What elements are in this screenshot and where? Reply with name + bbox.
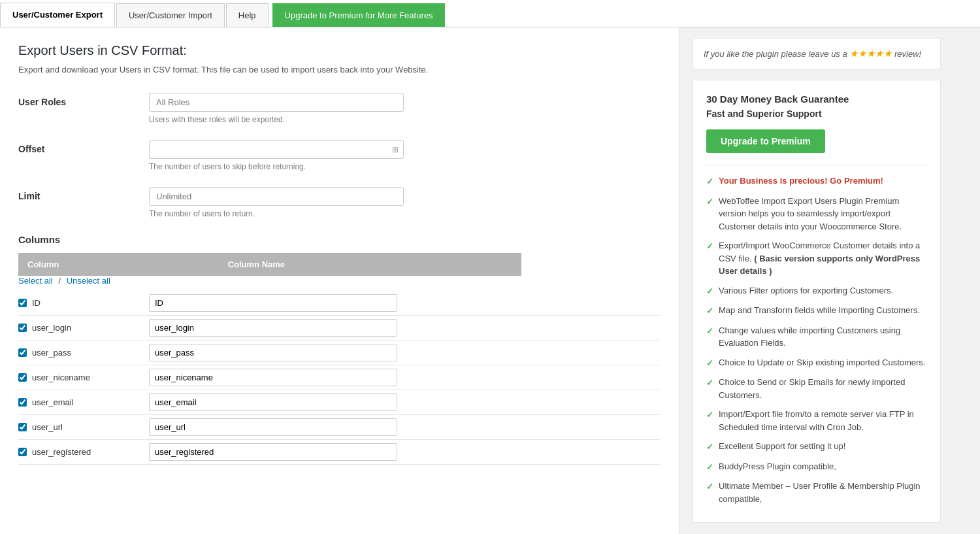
page-title: Export Users in CSV Format: xyxy=(18,43,661,58)
columns-section: Columns Column Column Name Select all / … xyxy=(18,234,661,465)
feature-text: Import/Export file from/to a remote serv… xyxy=(719,408,927,433)
upgrade-premium-button[interactable]: Upgrade to Premium xyxy=(706,129,825,153)
checkmark-icon: ✓ xyxy=(706,480,713,493)
limit-hint: The number of users to return. xyxy=(149,209,661,218)
checkbox-user_registered[interactable] xyxy=(18,448,27,456)
checkmark-icon: ✓ xyxy=(706,357,713,370)
checkmark-icon: ✓ xyxy=(706,285,713,298)
stars-icon: ★★★★★ xyxy=(849,48,892,59)
feature-list: ✓Your Business is precious! Go Premium!✓… xyxy=(706,175,927,505)
user-roles-hint: Users with these roles will be exported. xyxy=(149,115,661,124)
feature-list-item: ✓Your Business is precious! Go Premium! xyxy=(706,175,927,188)
col-name-user_nicename: user_nicename xyxy=(32,373,90,382)
col-name-input-user_login[interactable] xyxy=(149,319,397,337)
offset-input[interactable]: 0 xyxy=(149,140,404,159)
name-col xyxy=(149,369,661,386)
feature-text: Choice to Update or Skip existing import… xyxy=(719,356,925,369)
check-col: user_email xyxy=(18,397,149,407)
promo-box: 30 Day Money Back Guarantee Fast and Sup… xyxy=(693,80,941,523)
feature-list-item: ✓Map and Transform fields while Importin… xyxy=(706,304,927,318)
feature-text: Your Business is precious! Go Premium! xyxy=(719,175,883,188)
checkmark-icon: ✓ xyxy=(706,441,713,454)
check-col: ID xyxy=(18,298,149,308)
feature-list-item: ✓Choice to Update or Skip existing impor… xyxy=(706,356,927,370)
user-roles-input[interactable] xyxy=(149,93,404,112)
checkmark-icon: ✓ xyxy=(706,325,713,338)
unselect-all-link[interactable]: Unselect all xyxy=(67,276,110,286)
col-name-user_email: user_email xyxy=(32,397,74,407)
col-name-input-user_nicename[interactable] xyxy=(149,369,397,386)
feature-list-item: ✓Import/Export file from/to a remote ser… xyxy=(706,408,927,433)
checkbox-id[interactable] xyxy=(18,299,27,307)
limit-input[interactable] xyxy=(149,187,404,206)
check-col: user_pass xyxy=(18,348,149,358)
table-row: user_login xyxy=(18,316,661,341)
check-col: user_nicename xyxy=(18,373,149,382)
tab-import[interactable]: User/Customer Import xyxy=(116,3,225,27)
select-divider: / xyxy=(58,276,61,286)
table-row: user_url xyxy=(18,415,661,440)
tab-export[interactable]: User/Customer Export xyxy=(0,3,115,27)
select-all-link[interactable]: Select all xyxy=(18,276,53,286)
col-name-user_registered: user_registered xyxy=(32,447,91,457)
col-name-input-user_registered[interactable] xyxy=(149,443,397,461)
col-name-input-id[interactable] xyxy=(149,294,397,312)
user-roles-content: Users with these roles will be exported. xyxy=(149,93,661,124)
feature-text: Export/Import WooCommerce Customer detai… xyxy=(719,239,927,278)
table-row: user_registered xyxy=(18,440,661,465)
checkbox-user_login[interactable] xyxy=(18,324,27,332)
checkmark-icon: ✓ xyxy=(706,305,713,318)
checkmark-icon: ✓ xyxy=(706,175,713,188)
offset-label: Offset xyxy=(18,140,149,154)
page-layout: Export Users in CSV Format: Export and d… xyxy=(0,27,980,534)
feature-list-item: ✓Choice to Send or Skip Emails for newly… xyxy=(706,376,927,401)
columns-list: IDuser_loginuser_passuser_nicenameuser_e… xyxy=(18,291,661,465)
checkbox-user_email[interactable] xyxy=(18,398,27,407)
feature-list-item: ✓Change values while importing Customers… xyxy=(706,324,927,350)
limit-content: The number of users to return. xyxy=(149,187,661,218)
checkmark-icon: ✓ xyxy=(706,461,713,474)
check-col: user_login xyxy=(18,323,149,333)
checkbox-user_nicename[interactable] xyxy=(18,373,27,382)
offset-hint: The number of users to skip before retur… xyxy=(149,162,661,171)
columns-title: Columns xyxy=(18,234,661,245)
feature-text: Ultimate Member – User Profile & Members… xyxy=(719,480,927,505)
table-row: user_pass xyxy=(18,341,661,365)
feature-text: Excellent Support for setting it up! xyxy=(719,440,845,453)
feature-list-item: ✓Export/Import WooCommerce Customer deta… xyxy=(706,239,927,278)
user-roles-label: User Roles xyxy=(18,93,149,107)
feature-list-item: ✓BuddyPress Plugin compatible, xyxy=(706,460,927,474)
promo-divider xyxy=(706,165,927,165)
col-name-input-user_pass[interactable] xyxy=(149,344,397,361)
checkbox-user_url[interactable] xyxy=(18,423,27,431)
col-header-name: Column Name xyxy=(219,253,521,276)
feature-text: Change values while importing Customers … xyxy=(719,324,927,350)
guarantee-text: 30 Day Money Back Guarantee xyxy=(706,93,927,105)
check-col: user_url xyxy=(18,422,149,432)
checkmark-icon: ✓ xyxy=(706,409,713,422)
tab-upgrade[interactable]: Upgrade to Premium for More Features xyxy=(272,3,446,27)
offset-input-wrap: 0 ⊞ xyxy=(149,140,404,159)
number-icon: ⊞ xyxy=(392,145,399,154)
bold-text: ( Basic version supports only WordPress … xyxy=(719,254,920,276)
limit-label: Limit xyxy=(18,187,149,201)
offset-row: Offset 0 ⊞ The number of users to skip b… xyxy=(18,140,661,171)
table-row: user_email xyxy=(18,390,661,415)
name-col xyxy=(149,393,661,411)
review-bar: If you like the plugin please leave us a… xyxy=(693,38,941,69)
feature-text: WebToffee Import Export Users Plugin Pre… xyxy=(719,195,927,233)
tab-help[interactable]: Help xyxy=(226,3,269,27)
feature-list-item: ✓Excellent Support for setting it up! xyxy=(706,440,927,454)
check-col: user_registered xyxy=(18,447,149,457)
review-link: review! xyxy=(894,49,921,59)
name-col xyxy=(149,443,661,461)
name-col xyxy=(149,344,661,361)
checkbox-user_pass[interactable] xyxy=(18,348,27,357)
col-name-input-user_email[interactable] xyxy=(149,393,397,411)
table-row: user_nicename xyxy=(18,365,661,390)
limit-row: Limit The number of users to return. xyxy=(18,187,661,218)
columns-table: Column Column Name xyxy=(18,253,521,276)
checkmark-icon: ✓ xyxy=(706,376,713,390)
name-col xyxy=(149,418,661,436)
col-name-input-user_url[interactable] xyxy=(149,418,397,436)
